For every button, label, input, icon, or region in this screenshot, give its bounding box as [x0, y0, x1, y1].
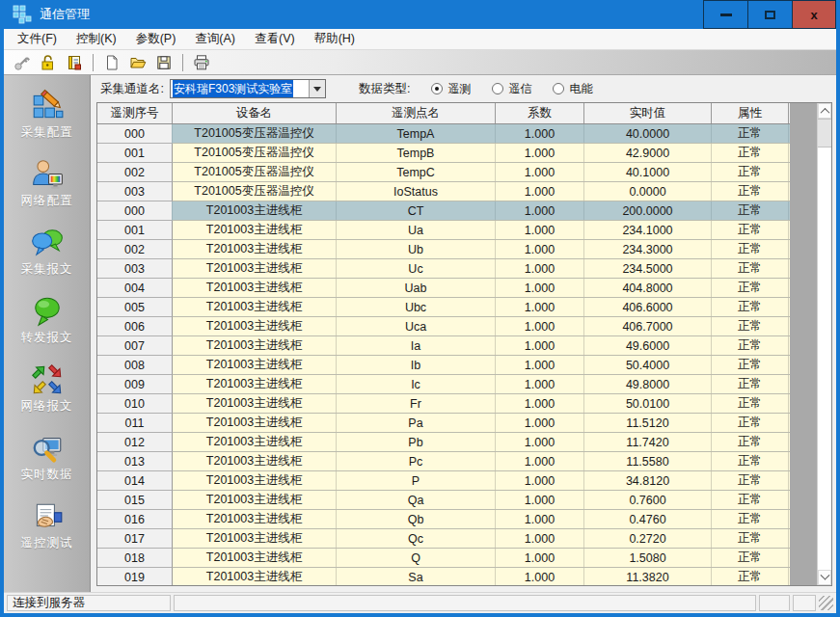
radio-label: 遥信	[508, 81, 531, 97]
chevron-up-icon	[820, 107, 829, 117]
channel-selected-value: 安科瑞F303测试实验室	[173, 80, 293, 97]
menu-item[interactable]: 文件(F)	[8, 29, 67, 49]
minimize-button[interactable]	[703, 0, 747, 29]
toolbar-key-button[interactable]	[12, 52, 33, 73]
toolbar-config-book-button[interactable]	[64, 52, 85, 73]
cell-coef: 1.000	[496, 375, 584, 393]
radio-label: 电能	[569, 81, 592, 97]
cell-coef: 1.000	[496, 529, 584, 548]
radio-option-电能[interactable]: 电能	[553, 81, 592, 97]
cell-value: 50.4000	[584, 356, 712, 374]
menu-item[interactable]: 查看(V)	[245, 29, 305, 49]
table-row[interactable]: 008T201003主进线柜Ib1.00050.4000正常	[97, 356, 790, 375]
cell-seq: 001	[97, 144, 173, 163]
table-row[interactable]: 002T201005变压器温控仪TempC1.00040.1000正常	[97, 163, 790, 182]
menu-item[interactable]: 控制(K)	[67, 29, 126, 49]
cell-coef: 1.000	[496, 317, 584, 335]
sidebar-item-collect-message[interactable]: 采集报文	[4, 226, 90, 278]
table-row[interactable]: 015T201003主进线柜Qa1.0000.7600正常	[97, 491, 790, 510]
cell-device: T201003主进线柜	[173, 259, 337, 278]
cell-value: 42.9000	[584, 144, 712, 162]
cell-point: Uca	[337, 317, 496, 335]
cell-value: 1.5080	[584, 549, 712, 567]
table-row[interactable]: 000T201005变压器温控仪TempA1.00040.0000正常	[97, 124, 790, 144]
table-row[interactable]: 017T201003主进线柜Qc1.0000.2720正常	[97, 529, 790, 549]
radio-circle-icon	[553, 83, 564, 94]
scrollbar-thumb[interactable]	[818, 119, 831, 148]
cell-value: 11.5580	[584, 452, 712, 470]
sidebar-item-realtime-data[interactable]: 实时数据	[4, 431, 90, 483]
cell-seq: 019	[97, 568, 173, 585]
menu-item[interactable]: 查询(A)	[185, 29, 245, 49]
cell-seq: 003	[97, 182, 173, 201]
column-header-1[interactable]: 设备名	[173, 103, 337, 123]
table-row[interactable]: 001T201003主进线柜Ua1.000234.1000正常	[97, 221, 790, 240]
close-button[interactable]: x	[792, 0, 836, 29]
table-row[interactable]: 014T201003主进线柜P1.00034.8120正常	[97, 471, 790, 491]
cell-seq: 013	[97, 452, 173, 471]
table-row[interactable]: 007T201003主进线柜Ia1.00049.6000正常	[97, 336, 790, 356]
toolbar-new-file-button[interactable]	[101, 52, 122, 73]
scroll-down-button[interactable]	[818, 570, 831, 585]
cell-value: 234.5000	[584, 259, 712, 278]
cell-coef: 1.000	[496, 163, 584, 181]
table-row[interactable]: 004T201003主进线柜Uab1.000404.8000正常	[97, 279, 790, 298]
toolbar-save-button[interactable]	[153, 52, 175, 73]
table-row[interactable]: 018T201003主进线柜Q1.0001.5080正常	[97, 549, 790, 568]
table-row[interactable]: 013T201003主进线柜Pc1.00011.5580正常	[97, 452, 790, 471]
close-icon: x	[810, 9, 817, 21]
menu-item[interactable]: 帮助(H)	[305, 29, 365, 49]
cell-point: TempC	[337, 163, 496, 181]
sidebar-item-forward-message[interactable]: 转发报文	[4, 294, 90, 346]
menu-bar: 文件(F)控制(K)参数(P)查询(A)查看(V)帮助(H)	[4, 29, 836, 50]
column-header-5[interactable]: 属性	[712, 103, 789, 123]
table-row[interactable]: 011T201003主进线柜Pa1.00011.5120正常	[97, 414, 790, 433]
cell-device: T201003主进线柜	[173, 336, 337, 355]
cell-seq: 010	[97, 394, 173, 414]
maximize-button[interactable]	[747, 0, 792, 29]
sidebar-item-network-message[interactable]: 网络报文	[4, 362, 90, 415]
scroll-up-button[interactable]	[818, 103, 831, 119]
table-row[interactable]: 002T201003主进线柜Ub1.000234.3000正常	[97, 240, 790, 259]
channel-combobox[interactable]: 安科瑞F303测试实验室	[170, 79, 326, 98]
cell-device: T201005变压器温控仪	[173, 163, 337, 181]
table-row[interactable]: 003T201003主进线柜Uc1.000234.5000正常	[97, 259, 790, 279]
toolbar-unlock-button[interactable]	[38, 52, 59, 73]
cell-device: T201003主进线柜	[173, 549, 337, 567]
data-table: 遥测序号设备名遥测点名系数实时值属性 000T201005变压器温控仪TempA…	[96, 102, 832, 586]
channel-dropdown-button[interactable]	[309, 80, 325, 97]
sidebar-item-collect-config[interactable]: 采集配置	[4, 89, 90, 141]
cell-device: T201003主进线柜	[173, 279, 337, 297]
cell-device: T201003主进线柜	[173, 394, 337, 413]
sidebar-item-network-config[interactable]: 网络配置	[4, 157, 90, 209]
column-header-4[interactable]: 实时值	[584, 103, 712, 123]
cell-value: 0.7600	[584, 491, 712, 509]
table-row[interactable]: 009T201003主进线柜Ic1.00049.8000正常	[97, 375, 790, 394]
table-row[interactable]: 016T201003主进线柜Qb1.0000.4760正常	[97, 510, 790, 529]
toolbar-open-folder-button[interactable]	[127, 52, 149, 73]
table-row[interactable]: 000T201003主进线柜CT1.000200.0000正常	[97, 201, 790, 221]
table-row[interactable]: 010T201003主进线柜Fr1.00050.0100正常	[97, 394, 790, 414]
column-header-0[interactable]: 遥测序号	[97, 103, 173, 123]
resize-grip[interactable]	[819, 596, 833, 610]
cell-value: 234.3000	[584, 240, 712, 258]
radio-option-遥测[interactable]: 遥测	[431, 81, 471, 97]
cell-attr: 正常	[712, 144, 789, 162]
vertical-scrollbar[interactable]	[817, 103, 831, 585]
cell-device: T201003主进线柜	[173, 298, 337, 316]
cell-point: IoStatus	[337, 182, 496, 201]
toolbar-printer-button[interactable]	[191, 52, 212, 73]
sidebar-item-remote-test[interactable]: 遥控测试	[4, 499, 90, 551]
table-row[interactable]: 006T201003主进线柜Uca1.000406.7000正常	[97, 317, 790, 336]
radio-option-遥信[interactable]: 遥信	[492, 81, 531, 97]
table-row[interactable]: 012T201003主进线柜Pb1.00011.7420正常	[97, 433, 790, 452]
column-header-2[interactable]: 遥测点名	[337, 103, 496, 123]
table-row[interactable]: 005T201003主进线柜Ubc1.000406.6000正常	[97, 298, 790, 317]
cell-coef: 1.000	[496, 279, 584, 297]
column-header-3[interactable]: 系数	[496, 103, 584, 123]
table-row[interactable]: 003T201005变压器温控仪IoStatus1.0000.0000正常	[97, 182, 790, 201]
table-row[interactable]: 019T201003主进线柜Sa1.00011.3820正常	[97, 568, 790, 585]
scrollbar-track[interactable]	[818, 148, 831, 570]
table-row[interactable]: 001T201005变压器温控仪TempB1.00042.9000正常	[97, 144, 790, 163]
menu-item[interactable]: 参数(P)	[126, 29, 186, 49]
